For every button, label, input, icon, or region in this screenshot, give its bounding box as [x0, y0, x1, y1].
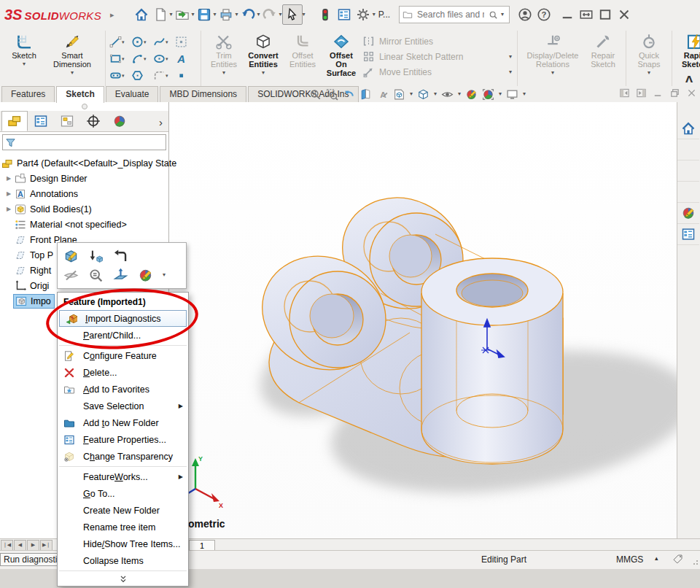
fm-tab-configuration-manager[interactable]	[54, 111, 80, 131]
tab-scroll-first-button[interactable]: ❘◀	[1, 540, 13, 551]
search-input[interactable]	[416, 9, 486, 20]
menu-item-collapse-items[interactable]: Collapse Items	[58, 552, 188, 569]
menu-item-change-transparency[interactable]: Change Transparency	[58, 448, 188, 465]
document-minimize-icon[interactable]	[653, 88, 664, 98]
convert-entities-button[interactable]: Convert Entities ▾	[243, 32, 284, 77]
arc-tool[interactable]: ▾	[131, 50, 153, 67]
task-pane-file-explorer-button[interactable]	[677, 160, 699, 182]
menu-item-parent-child[interactable]: Parent/Child...	[58, 327, 188, 344]
previous-view-icon[interactable]	[343, 88, 355, 101]
view-settings-icon[interactable]	[506, 88, 518, 101]
tag-icon[interactable]	[672, 553, 684, 565]
smart-dimension-button[interactable]: Smart Dimension ▾	[43, 32, 101, 77]
hide-show-items-icon[interactable]	[441, 88, 454, 101]
menu-item-delete[interactable]: Delete...	[58, 364, 188, 381]
fm-tab-display-manager[interactable]	[106, 111, 133, 131]
open-button[interactable]	[173, 5, 192, 24]
expander-arrow-icon[interactable]: ▶	[4, 206, 13, 212]
menu-item-save-selection[interactable]: Save Selection▶	[58, 398, 188, 414]
fm-tab-dimxpert-manager[interactable]	[80, 111, 106, 131]
tab-scroll-last-button[interactable]: ▶❘	[40, 540, 52, 551]
maximize-button[interactable]	[596, 5, 615, 24]
panel-previous-icon[interactable]	[619, 88, 630, 98]
arc-dropdown-arrow[interactable]: ▾	[144, 56, 150, 62]
view-settings-dropdown-arrow[interactable]: ▾	[523, 91, 526, 97]
search-box[interactable]: ▾	[399, 6, 510, 23]
minimize-button[interactable]	[558, 5, 577, 24]
undo-button[interactable]	[238, 5, 257, 24]
fm-tab-property-manager[interactable]	[28, 111, 54, 131]
tree-filter-input[interactable]	[16, 136, 163, 148]
smart-dimension-dropdown-arrow[interactable]: ▾	[71, 70, 74, 76]
edit-appearance-icon[interactable]	[465, 88, 478, 101]
redo-button[interactable]	[260, 5, 279, 24]
menu-item-feature-properties[interactable]: Feature Properties...	[58, 431, 188, 448]
fm-flyout-arrow[interactable]: ›	[159, 114, 163, 131]
home-button[interactable]	[132, 5, 151, 24]
convert-dropdown-arrow[interactable]: ▾	[262, 70, 265, 76]
hide-show-items-dropdown-arrow[interactable]: ▾	[458, 91, 461, 97]
graphics-viewport[interactable]: Y X ometric	[169, 102, 677, 538]
point-tool[interactable]	[175, 67, 197, 84]
tab-features[interactable]: Features	[1, 86, 55, 102]
offset-on-surface-button[interactable]: Offset On Surface	[322, 32, 361, 78]
tree-item-annotations[interactable]: ▶AAnnotations	[0, 186, 168, 201]
section-view-icon[interactable]	[359, 88, 372, 101]
tab-mbd-dimensions[interactable]: MBD Dimensions	[160, 86, 246, 102]
account-button[interactable]	[516, 5, 534, 24]
menu-item-configure-feature[interactable]: Configure Feature	[58, 347, 188, 364]
tree-item-material[interactable]: ▶Material <not specified>	[0, 217, 168, 232]
fm-tab-part-manager[interactable]	[1, 111, 28, 131]
task-pane-design-library-button[interactable]	[677, 139, 699, 160]
zoom-to-area-icon[interactable]	[326, 88, 338, 101]
view-orientation-icon[interactable]	[393, 88, 405, 101]
polygon-tool[interactable]	[131, 67, 153, 84]
menu-flyout-icon[interactable]: ▸	[110, 10, 114, 20]
text-tool[interactable]: A	[175, 50, 197, 67]
fillet-tool[interactable]: ▾	[153, 67, 175, 84]
task-pane-view-palette-button[interactable]	[677, 182, 699, 203]
tree-filter-box[interactable]	[2, 134, 166, 150]
menu-item-import-diagnostics[interactable]: Import Diagnostics	[59, 310, 187, 327]
panel-splitter-handle[interactable]	[0, 102, 168, 111]
sketch-button[interactable]: Sketch ▾	[5, 32, 43, 68]
menu-item-rename-tree-item[interactable]: Rename tree item	[58, 519, 188, 535]
rapid-sketch-button[interactable]: Rapid Sketch	[676, 32, 700, 69]
save-button[interactable]	[195, 5, 214, 24]
apply-scene-dropdown-arrow[interactable]: ▾	[499, 91, 502, 97]
menu-item-featureworks[interactable]: FeatureWorks...▶	[58, 468, 188, 485]
slot-dropdown-arrow[interactable]: ▾	[122, 73, 128, 79]
normal-to-icon[interactable]	[113, 268, 128, 283]
tree-item-design[interactable]: ▶Design Binder	[0, 171, 168, 186]
rectangle-dropdown-arrow[interactable]: ▾	[122, 56, 128, 62]
lifecycle-status-button[interactable]	[316, 5, 335, 24]
display-style-icon[interactable]	[417, 88, 429, 101]
menu-expand-chevron[interactable]	[58, 573, 188, 584]
sketch-picture-tool[interactable]	[175, 34, 197, 50]
slot-tool[interactable]: ▾	[109, 67, 131, 84]
select-button[interactable]	[282, 4, 303, 25]
appearances-dropdown-arrow[interactable]: ▾	[163, 272, 166, 278]
span-displays-button[interactable]	[577, 5, 596, 24]
help-button[interactable]: ?	[534, 5, 553, 24]
menu-item-add-to-new-folder[interactable]: Add to New Folder	[58, 414, 188, 431]
fillet-dropdown-arrow[interactable]: ▾	[166, 73, 172, 79]
zoom-to-fit-icon[interactable]	[309, 88, 322, 101]
menu-item-go-to[interactable]: Go To...	[58, 485, 188, 502]
line-dropdown-arrow[interactable]: ▾	[122, 39, 128, 45]
menu-item-create-new-folder[interactable]: Create New Folder	[58, 502, 188, 519]
menu-item-hide-show-tree-items[interactable]: Hide/Show Tree Items...	[58, 535, 188, 552]
new-document-button[interactable]	[151, 5, 170, 24]
dynamic-annotation-views-icon[interactable]: A	[376, 88, 389, 101]
resize-grip[interactable]	[691, 557, 698, 565]
tab-scroll-next-button[interactable]: ▶	[27, 540, 39, 551]
model-body[interactable]	[244, 178, 563, 464]
zoom-to-selection-icon[interactable]	[88, 268, 104, 283]
tab-scroll-prev-button[interactable]: ◀	[14, 540, 26, 551]
ribbon-collapse-chevron[interactable]: ᐱ	[685, 74, 693, 85]
task-pane-home-button[interactable]	[677, 118, 699, 139]
options-dropdown-arrow[interactable]: ▾	[373, 12, 376, 18]
view-orientation-dropdown-arrow[interactable]: ▾	[410, 91, 413, 97]
close-button[interactable]	[615, 5, 634, 24]
tab-sketch[interactable]: Sketch	[56, 86, 104, 103]
